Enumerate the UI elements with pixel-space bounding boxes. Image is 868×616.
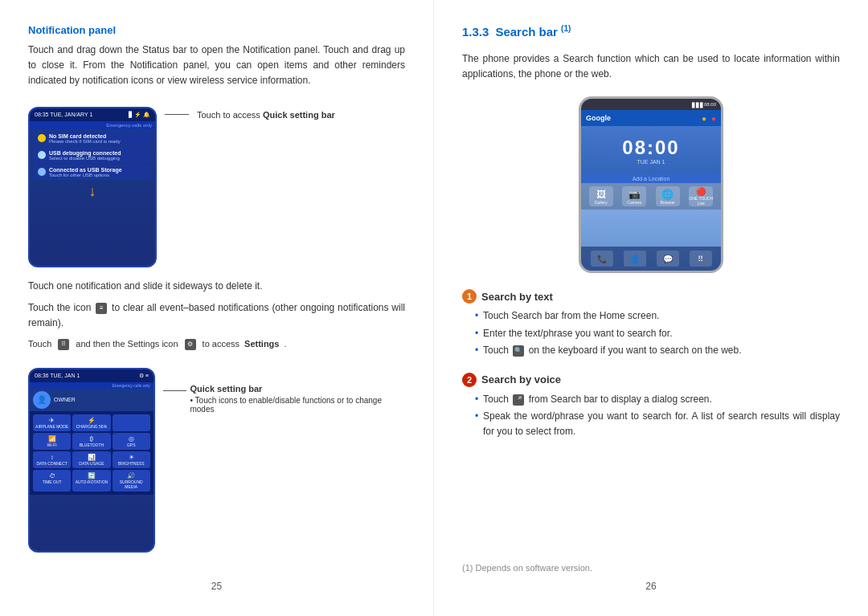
time-display: 08:00 [704,102,716,107]
airplane-icon: ✈ [35,417,68,424]
callout-line-2 [163,390,187,391]
bullet-1b: Enter the text/phrase you want to search… [475,326,840,341]
search-voice-bullets: Touch 🎤 from Search bar to display a dia… [475,392,840,442]
slide-text: Touch one notification and slide it side… [28,279,405,294]
qs-data-usage: 📊DATA USAGE [72,451,110,468]
phone-clock: 08:00 [622,137,679,159]
settings-text: Touch ⠿ and then the Settings icon ⚙ to … [28,337,405,352]
notif-icon-usb [38,151,46,159]
search-text-title: Search by text [481,291,553,303]
search-text-number: 1 [462,289,477,304]
gps-icon: ◎ [115,435,148,443]
qs-timeout: ⏱TIME OUT [33,470,71,492]
right-intro-text: The phone provides a Search function whi… [462,51,840,82]
qs-surround: 🔊SURROUND MEDIA [113,470,150,492]
qs-brightness: ☀BRIGHTNESS [113,451,150,468]
right-page: 1.3.3 Search bar (1) The phone provides … [434,0,868,616]
qs-data-connect: ↕DATA CONNECT [33,451,71,468]
grid-icon: ⠿ [58,339,69,350]
section-superscript: (1) [561,24,571,33]
status-icons-2: ⚙ ≡ [139,373,149,379]
rotation-icon: 🔄 [75,472,108,479]
notif-sub-2: Select to disable USB debugging [49,156,121,161]
search-voice-number: 2 [462,373,477,387]
phone-callout-1: 08:35 TUE, JAN/ARY 1 ▊ ⚡ 🔔 Emergency cal… [28,99,405,275]
phone-apps-row: 🖼 Gallery 📷 Camera 🌐 Browser [581,183,721,210]
data-icon: ↕ [35,454,68,461]
onetouch-icon: 🔴 [689,187,713,196]
qs-charging: ⚡CHARGING 56% [72,414,110,431]
mic-icon: 🎤 [513,394,524,406]
callout-label-1: Touch to access [197,110,263,120]
owner-row: 👤 OWNER [30,389,154,411]
notif-title-2: USB debugging connected [49,150,121,156]
notif-title-3: Connected as USB Storage [49,167,122,173]
left-intro-text: Touch and drag down the Status bar to op… [28,43,405,89]
phone-callout-2: 08:36 TUE, JAN 1 ⚙ ≡ Emergency calls onl… [28,360,405,561]
right-status-bar: ▊▊▊ 08:00 [581,99,721,110]
right-page-number: 26 [462,573,840,592]
left-section-title: Notification panel [28,24,405,36]
left-page: Notification panel Touch and drag down t… [0,0,434,616]
google-search-bar: Google ● ● [581,110,721,126]
phone-icon: 📞 [591,251,613,267]
quick-settings-grid: ✈AIRPLANE MODE ⚡CHARGING 56% 📶WI-FI ₿BLU… [30,411,154,495]
notif-item-2: USB debugging connected Select to disabl… [33,148,152,163]
charging-icon: ⚡ [75,417,108,424]
badge-orange-1: ● [702,114,706,123]
qs-gps: ◎GPS [113,433,150,450]
settings-bold: Settings [244,337,279,352]
search-text-bullets: Touch Search bar from the Home screen. E… [475,308,840,360]
search-voice-title: Search by voice [481,373,561,386]
clear-text: Touch the icon ≡ to clear all event–base… [28,300,405,331]
gallery-icon: 🖼 [595,189,608,200]
app-onetouch: 🔴 ONE TOUCH Live [689,186,713,206]
status-bar-1: 08:35 TUE, JAN/ARY 1 ▊ ⚡ 🔔 [30,108,155,121]
search-text-heading: 1 Search by text [462,289,840,304]
status-bar-2: 08:36 TUE, JAN 1 ⚙ ≡ [30,369,154,382]
browser-icon: 🌐 [661,189,675,200]
clear-icon: ≡ [96,303,107,314]
badge-red-1: ● [711,114,716,123]
qs-wifi: 📶WI-FI [33,433,71,450]
notif-icon-warning [38,134,46,142]
qs-rotation: 🔄AUTO-ROTATION [72,470,110,492]
search-voice-heading: 2 Search by voice [462,373,840,387]
callout-2-right: Quick setting bar • Touch icons to enabl… [163,360,405,414]
owner-label: OWNER [54,397,76,402]
app-camera: 📷 Camera [622,186,646,206]
callout-line-1 [165,114,189,115]
apps-grid-icon: ⠿ [690,251,712,267]
right-phone-container: ▊▊▊ 08:00 Google ● ● 08:00 TUE JAN 1 Add… [462,96,840,273]
bullet-1a: Touch Search bar from the Home screen. [475,308,840,324]
right-phone-mockup: ▊▊▊ 08:00 Google ● ● 08:00 TUE JAN 1 Add… [579,96,723,273]
google-logo: Google [586,114,611,122]
wifi-icon: 📶 [35,435,68,443]
timeout-icon: ⏱ [35,472,68,479]
brightness-icon: ☀ [115,454,148,461]
notif-sub-1: Please check if SIM card is ready [49,139,121,144]
app-browser: 🌐 Browser [656,186,680,206]
notif-title-1: No SIM card detected [49,133,121,139]
phone-add-location: Add a Location [581,174,721,183]
contacts-icon: 👤 [624,251,646,267]
owner-avatar: 👤 [33,391,51,409]
right-section-title: Search bar (1) [495,24,571,39]
right-section-header: 1.3.3 Search bar (1) [462,24,840,45]
notif-item-1: No SIM card detected Please check if SIM… [33,131,152,146]
qs-empty1 [113,414,150,431]
status-time: 08:35 TUE, JAN/ARY 1 [35,112,92,117]
left-page-number: 25 [28,573,405,592]
emergency-text: Emergency calls only [30,121,155,129]
phone-mockup-2: 08:36 TUE, JAN 1 ⚙ ≡ Emergency calls onl… [28,368,155,553]
signal-icon: ▊▊▊ [692,102,704,108]
messages-icon: 💬 [657,251,679,267]
phone-clock-area: 08:00 TUE JAN 1 [581,126,721,174]
usage-icon: 📊 [75,454,108,461]
app-gallery: 🖼 Gallery [589,186,613,206]
bullet-2a: Touch 🎤 from Search bar to display a dia… [475,392,840,407]
notif-item-3: Connected as USB Storage Touch for other… [33,165,152,180]
emergency-text-2: Emergency calls only [30,382,154,389]
qs-airplane: ✈AIRPLANE MODE [33,414,71,431]
phone-bottom-bar: 📞 👤 💬 ⠿ [581,247,721,271]
